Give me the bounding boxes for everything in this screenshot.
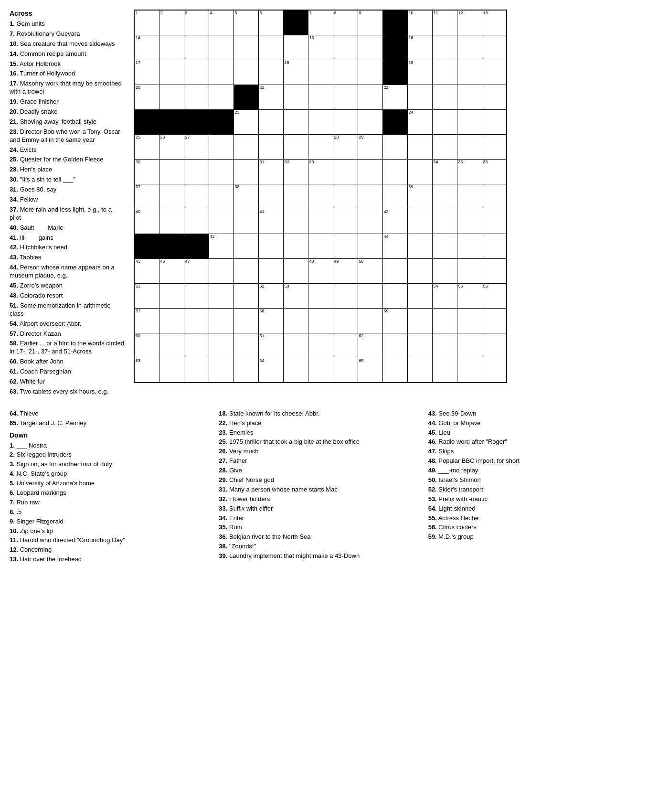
grid-cell[interactable]: 37: [134, 184, 159, 209]
grid-cell[interactable]: 21: [258, 85, 283, 109]
grid-cell[interactable]: [333, 184, 358, 209]
grid-cell[interactable]: 50: [358, 258, 382, 283]
grid-cell[interactable]: [333, 333, 358, 358]
grid-cell[interactable]: [209, 209, 233, 234]
grid-cell[interactable]: 57: [134, 308, 159, 333]
grid-cell[interactable]: 47: [184, 258, 209, 283]
grid-cell[interactable]: [184, 209, 209, 234]
grid-cell[interactable]: [258, 35, 283, 60]
grid-cell[interactable]: 31: [258, 159, 283, 184]
grid-cell[interactable]: [159, 85, 184, 109]
grid-cell[interactable]: 41: [258, 209, 283, 234]
grid-cell[interactable]: 32: [283, 159, 308, 184]
grid-cell[interactable]: [233, 333, 258, 358]
grid-cell[interactable]: [432, 234, 457, 258]
grid-cell[interactable]: 59: [382, 308, 407, 333]
grid-cell[interactable]: [159, 308, 184, 333]
grid-cell[interactable]: [209, 308, 233, 333]
grid-cell[interactable]: [457, 134, 482, 159]
grid-cell[interactable]: [432, 35, 457, 60]
grid-cell[interactable]: 9: [358, 10, 382, 35]
grid-cell[interactable]: 35: [457, 159, 482, 184]
grid-cell[interactable]: [358, 85, 382, 109]
grid-cell[interactable]: [333, 109, 358, 134]
grid-cell[interactable]: [258, 109, 283, 134]
grid-cell[interactable]: [233, 283, 258, 308]
grid-cell[interactable]: [358, 234, 382, 258]
grid-cell[interactable]: [283, 85, 308, 109]
grid-cell[interactable]: 10: [407, 10, 432, 35]
grid-cell[interactable]: [184, 333, 209, 358]
grid-cell[interactable]: [159, 184, 184, 209]
grid-cell[interactable]: [482, 209, 507, 234]
grid-cell[interactable]: [308, 308, 333, 333]
grid-cell[interactable]: [457, 184, 482, 209]
grid-cell[interactable]: [258, 234, 283, 258]
grid-cell[interactable]: [432, 209, 457, 234]
grid-cell[interactable]: [457, 333, 482, 358]
grid-cell[interactable]: 55: [457, 283, 482, 308]
grid-cell[interactable]: 15: [308, 35, 333, 60]
grid-cell[interactable]: 65: [358, 358, 382, 383]
grid-cell[interactable]: [432, 134, 457, 159]
grid-cell[interactable]: 36: [482, 159, 507, 184]
grid-cell[interactable]: [283, 35, 308, 60]
grid-cell[interactable]: [209, 184, 233, 209]
grid-cell[interactable]: [382, 258, 407, 283]
grid-cell[interactable]: [184, 35, 209, 60]
grid-cell[interactable]: [432, 184, 457, 209]
grid-cell[interactable]: [432, 358, 457, 383]
grid-cell[interactable]: [457, 258, 482, 283]
grid-cell[interactable]: 11: [432, 10, 457, 35]
grid-cell[interactable]: [457, 209, 482, 234]
grid-cell[interactable]: [457, 35, 482, 60]
grid-cell[interactable]: [358, 159, 382, 184]
grid-cell[interactable]: [333, 35, 358, 60]
grid-cell[interactable]: [382, 134, 407, 159]
grid-cell[interactable]: 58: [258, 308, 283, 333]
grid-cell[interactable]: [407, 283, 432, 308]
grid-cell[interactable]: [184, 184, 209, 209]
grid-cell[interactable]: 39: [407, 184, 432, 209]
grid-cell[interactable]: 19: [407, 60, 432, 85]
grid-cell[interactable]: 22: [382, 85, 407, 109]
grid-cell[interactable]: [308, 333, 333, 358]
grid-cell[interactable]: [209, 283, 233, 308]
grid-cell[interactable]: [333, 159, 358, 184]
grid-cell[interactable]: [233, 258, 258, 283]
grid-cell[interactable]: 30: [134, 159, 159, 184]
grid-cell[interactable]: [333, 60, 358, 85]
grid-cell[interactable]: [407, 258, 432, 283]
grid-cell[interactable]: 8: [333, 10, 358, 35]
grid-cell[interactable]: [457, 60, 482, 85]
grid-cell[interactable]: [457, 85, 482, 109]
grid-cell[interactable]: [258, 60, 283, 85]
grid-cell[interactable]: 42: [382, 209, 407, 234]
grid-cell[interactable]: 12: [457, 10, 482, 35]
grid-cell[interactable]: [159, 60, 184, 85]
grid-cell[interactable]: [407, 234, 432, 258]
grid-cell[interactable]: [258, 134, 283, 159]
grid-cell[interactable]: [308, 184, 333, 209]
grid-cell[interactable]: [358, 209, 382, 234]
grid-cell[interactable]: [233, 60, 258, 85]
grid-cell[interactable]: [457, 308, 482, 333]
grid-cell[interactable]: [258, 258, 283, 283]
grid-cell[interactable]: [333, 283, 358, 308]
grid-cell[interactable]: [482, 35, 507, 60]
grid-cell[interactable]: 46: [159, 258, 184, 283]
grid-cell[interactable]: [184, 308, 209, 333]
grid-cell[interactable]: [233, 134, 258, 159]
grid-cell[interactable]: [184, 283, 209, 308]
grid-cell[interactable]: [407, 134, 432, 159]
grid-cell[interactable]: [382, 283, 407, 308]
grid-cell[interactable]: [432, 308, 457, 333]
grid-cell[interactable]: [258, 184, 283, 209]
grid-cell[interactable]: [407, 358, 432, 383]
grid-cell[interactable]: [407, 85, 432, 109]
grid-cell[interactable]: 23: [233, 109, 258, 134]
grid-cell[interactable]: [482, 333, 507, 358]
grid-cell[interactable]: [283, 209, 308, 234]
grid-cell[interactable]: [209, 60, 233, 85]
grid-cell[interactable]: [159, 333, 184, 358]
